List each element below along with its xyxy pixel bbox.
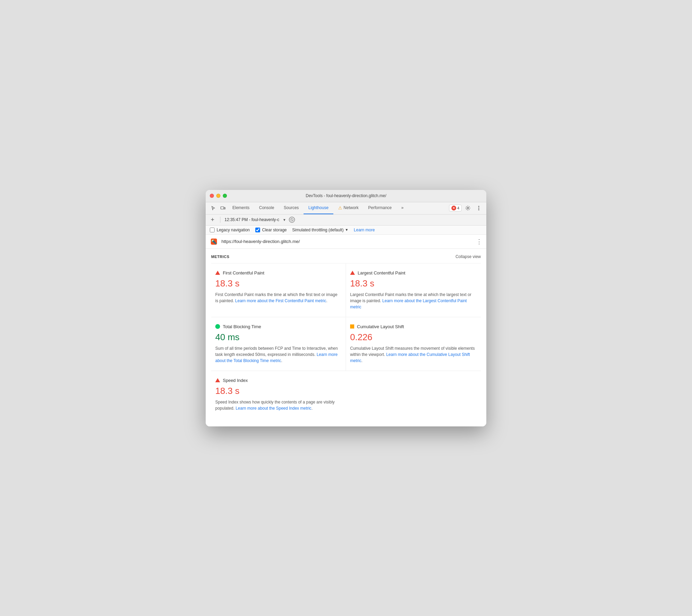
row2-separator: [220, 217, 220, 223]
throttling-chevron: ▼: [345, 228, 348, 232]
svg-rect-0: [221, 207, 224, 209]
collapse-view-button[interactable]: Collapse view: [456, 254, 481, 259]
block-icon[interactable]: [289, 217, 295, 223]
maximize-button[interactable]: [223, 194, 227, 198]
cls-value: 0.226: [350, 332, 475, 343]
minimize-button[interactable]: [216, 194, 220, 198]
legacy-navigation-option[interactable]: Legacy navigation: [210, 228, 250, 232]
metrics-header: METRICS Collapse view: [211, 249, 481, 264]
lcp-name: Largest Contentful Paint: [358, 270, 405, 275]
cursor-icon[interactable]: [208, 203, 218, 213]
tab-performance[interactable]: Performance: [363, 202, 397, 214]
traffic-lights: [210, 194, 227, 198]
clear-storage-option[interactable]: Clear storage: [255, 228, 287, 232]
tbt-name: Total Blocking Time: [223, 324, 261, 329]
metric-card-cls: Cumulative Layout Shift 0.226 Cumulative…: [346, 317, 481, 371]
svg-text:🔦: 🔦: [211, 239, 217, 245]
url-text: https://foul-heavenly-direction.glitch.m…: [221, 239, 473, 244]
legacy-navigation-checkbox[interactable]: [210, 228, 215, 232]
metric-header-cls: Cumulative Layout Shift: [350, 324, 475, 329]
cls-description: Cumulative Layout Shift measures the mov…: [350, 345, 475, 364]
svg-point-2: [467, 207, 469, 209]
si-value: 18.3 s: [215, 386, 341, 396]
devtools-row2: + 12:35:47 PM - foul-heavenly-c ▼: [206, 215, 486, 226]
tbt-value: 40 ms: [215, 332, 340, 343]
cls-name: Cumulative Layout Shift: [357, 324, 404, 329]
learn-more-link[interactable]: Learn more: [354, 228, 375, 232]
metrics-label: METRICS: [211, 255, 229, 259]
timestamp-text: 12:35:47 PM - foul-heavenly-c: [225, 217, 279, 222]
metric-header-lcp: Largest Contentful Paint: [350, 270, 475, 275]
lcp-value: 18.3 s: [350, 278, 475, 289]
devtools-toolbar: Elements Console Sources Lighthouse ⚠ Ne…: [206, 202, 486, 215]
si-status-icon: [215, 378, 220, 382]
more-menu-icon[interactable]: [474, 203, 484, 213]
svg-point-3: [478, 206, 479, 207]
svg-line-7: [291, 219, 293, 221]
tab-more[interactable]: »: [397, 202, 409, 214]
tab-console[interactable]: Console: [254, 202, 279, 214]
window-title: DevTools - foul-heavenly-direction.glitc…: [306, 193, 386, 198]
lcp-description: Largest Contentful Paint marks the time …: [350, 292, 475, 310]
si-link[interactable]: Learn more about the Speed Index metric: [235, 406, 311, 411]
devtools-window: DevTools - foul-heavenly-direction.glitc…: [206, 190, 486, 426]
svg-point-5: [478, 209, 479, 210]
tbt-status-icon: [215, 324, 220, 329]
toolbar-right: ✕ 4: [449, 203, 484, 213]
devtools-tabs: Elements Console Sources Lighthouse ⚠ Ne…: [228, 202, 449, 214]
network-warning-icon: ⚠: [338, 205, 342, 210]
metric-header-tbt: Total Blocking Time: [215, 324, 340, 329]
metric-header-fcp: First Contentful Paint: [215, 270, 340, 275]
tab-network[interactable]: ⚠ Network: [333, 202, 363, 214]
cls-status-icon: [350, 324, 354, 329]
svg-point-4: [478, 208, 479, 209]
lcp-status-icon: [350, 271, 355, 275]
metric-header-si: Speed Index: [215, 378, 341, 383]
fcp-value: 18.3 s: [215, 278, 340, 289]
si-name: Speed Index: [223, 378, 248, 383]
si-description: Speed Index shows how quickly the conten…: [215, 399, 341, 411]
throttling-select[interactable]: Simulated throttling (default) ▼: [292, 228, 348, 232]
title-bar: DevTools - foul-heavenly-direction.glitc…: [206, 190, 486, 202]
fcp-name: First Contentful Paint: [223, 270, 264, 275]
lighthouse-logo: 🔦: [210, 238, 218, 246]
metric-card-lcp: Largest Contentful Paint 18.3 s Largest …: [346, 264, 481, 317]
tbt-description: Sum of all time periods between FCP and …: [215, 345, 340, 364]
fcp-description: First Contentful Paint marks the time at…: [215, 292, 340, 304]
error-badge[interactable]: ✕ 4: [449, 205, 462, 211]
settings-icon[interactable]: [463, 203, 473, 213]
close-button[interactable]: [210, 194, 214, 198]
url-bar: 🔦 https://foul-heavenly-direction.glitch…: [206, 235, 486, 249]
svg-rect-1: [224, 207, 225, 209]
tab-elements[interactable]: Elements: [228, 202, 254, 214]
tab-lighthouse[interactable]: Lighthouse: [304, 202, 333, 214]
clear-storage-checkbox[interactable]: [255, 228, 260, 232]
metric-card-tbt: Total Blocking Time 40 ms Sum of all tim…: [211, 317, 346, 371]
fcp-link[interactable]: Learn more about the First Contentful Pa…: [235, 298, 326, 303]
metrics-section: METRICS Collapse view First Contentful P…: [206, 249, 486, 426]
metric-card-fcp: First Contentful Paint 18.3 s First Cont…: [211, 264, 346, 317]
metrics-grid: First Contentful Paint 18.3 s First Cont…: [211, 264, 481, 418]
add-button[interactable]: +: [209, 216, 216, 223]
device-toggle-icon[interactable]: [218, 203, 228, 213]
url-more-menu[interactable]: ⋮: [476, 238, 482, 245]
tab-sources[interactable]: Sources: [279, 202, 304, 214]
timestamp-chevron[interactable]: ▼: [283, 218, 286, 222]
metric-card-si: Speed Index 18.3 s Speed Index shows how…: [211, 371, 346, 418]
error-icon: ✕: [451, 206, 456, 210]
options-row: Legacy navigation Clear storage Simulate…: [206, 226, 486, 235]
fcp-status-icon: [215, 271, 220, 275]
